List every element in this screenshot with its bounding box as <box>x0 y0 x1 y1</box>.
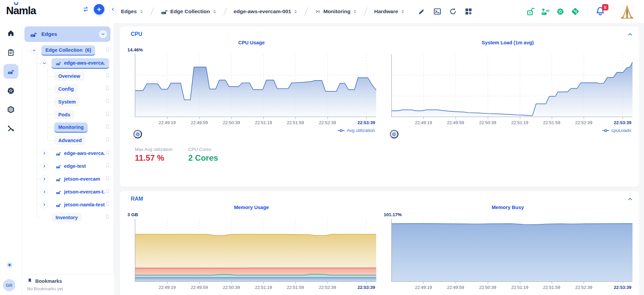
bookmark-icon[interactable] <box>105 86 110 93</box>
rail-item-kubernetes[interactable] <box>3 83 18 98</box>
sidebar-item-config[interactable]: Config <box>22 83 114 95</box>
sorter-icon[interactable] <box>353 9 357 14</box>
chart-plot[interactable] <box>135 219 376 282</box>
legend-cpuloads[interactable]: cpuLoads <box>602 128 631 133</box>
chevron-up-icon[interactable] <box>627 31 633 37</box>
sidebar-item-edge-aws-everca-[interactable]: edge-aws-everca... <box>22 57 114 70</box>
tree-label[interactable]: edge-aws-everca... <box>51 149 109 158</box>
rail-item-edges[interactable] <box>3 64 18 79</box>
sorter-icon[interactable] <box>293 9 298 14</box>
tree-label[interactable]: edge-test <box>51 161 90 171</box>
x-tick-label: 22:51:59 <box>287 282 304 290</box>
tree-label[interactable]: Edge Collection (6) <box>41 45 95 55</box>
bookmark-icon[interactable] <box>105 124 110 131</box>
chevron-down-icon[interactable] <box>99 30 107 38</box>
bookmark-icon[interactable] <box>105 163 110 170</box>
sidebar-item-pods[interactable]: Pods <box>22 108 114 121</box>
sidebar-item-edges[interactable]: Edges <box>24 26 110 42</box>
kubernetes-icon[interactable] <box>556 7 565 16</box>
bookmark-icon[interactable] <box>105 150 110 157</box>
rail-item-home[interactable] <box>3 26 18 41</box>
tree-label[interactable]: Monitoring <box>54 122 88 133</box>
sorter-icon[interactable] <box>139 9 144 14</box>
tree-label[interactable]: Pods <box>54 110 74 119</box>
terminal-icon[interactable] <box>433 7 442 16</box>
sidebar-item-jetson-evercam[interactable]: jetson-evercam <box>22 173 114 185</box>
chevron-right-icon[interactable] <box>41 201 48 208</box>
bookmark-icon[interactable] <box>105 73 110 80</box>
sidebar-item-inventory[interactable]: Inventory <box>22 211 114 224</box>
sorter-icon[interactable] <box>212 9 217 14</box>
chart-settings-gear-icon[interactable]: ⚙ <box>390 130 398 138</box>
theme-toggle-icon[interactable]: ☀ <box>5 261 14 270</box>
tree-label[interactable]: jetson-evercam <box>51 174 104 184</box>
bookmark-icon[interactable] <box>105 60 110 67</box>
rail-item-deployments[interactable] <box>3 45 18 60</box>
user-avatar[interactable] <box>619 3 635 19</box>
chevron-right-icon[interactable] <box>41 150 48 157</box>
uplink-icon[interactable] <box>541 7 550 16</box>
bookmark-icon[interactable] <box>105 214 110 221</box>
swap-icon[interactable] <box>81 4 91 14</box>
tree-label[interactable]: Inventory <box>51 213 82 222</box>
sidebar-item-jetson-namla-test[interactable]: jetson-namla-test <box>22 198 114 211</box>
sorter-icon[interactable] <box>400 9 405 14</box>
rail-item-containers[interactable] <box>3 102 18 117</box>
chart-plot[interactable] <box>391 54 633 117</box>
refresh-icon[interactable] <box>449 7 457 16</box>
chevron-right-icon[interactable] <box>41 188 48 196</box>
chevron-right-icon[interactable] <box>41 175 48 183</box>
legend-avg-utilization[interactable]: Avg utilization <box>338 128 375 133</box>
bookmark-icon[interactable] <box>105 137 110 144</box>
tree-label[interactable]: edge-aws-everca... <box>51 58 109 69</box>
breadcrumb-item-monitoring[interactable]: Monitoring <box>315 8 357 15</box>
bookmark-icon[interactable] <box>105 98 110 106</box>
breadcrumb-item-hardware[interactable]: Hardware <box>374 8 405 15</box>
chevron-right-icon[interactable] <box>41 162 48 170</box>
tree-label[interactable]: jetson-namla-test <box>51 200 109 210</box>
bookmark-icon[interactable] <box>105 188 110 196</box>
sidebar-item-overview[interactable]: Overview <box>22 70 114 83</box>
x-tick-label: 22:52:39 <box>575 117 593 125</box>
chart-settings-gear-icon[interactable]: ⚙ <box>133 130 142 138</box>
edit-icon[interactable] <box>417 7 426 16</box>
git-icon[interactable] <box>570 7 580 16</box>
tree-label[interactable]: System <box>54 97 80 107</box>
bookmark-icon[interactable] <box>105 201 110 208</box>
sidebar-tree-panel: Edges Edge Collection (6)edge-aws-everca… <box>22 23 114 295</box>
sidebar-item-advanced[interactable]: Advanced <box>22 134 114 147</box>
edge-icon <box>56 163 61 169</box>
collapse-sidebar-button[interactable] <box>108 5 118 14</box>
chart-plot[interactable] <box>391 219 633 282</box>
tree-label[interactable]: Config <box>54 84 78 94</box>
chevron-up-icon[interactable] <box>627 196 633 202</box>
x-tick-label: 22:52:39 <box>575 282 593 290</box>
chevron-down-icon[interactable] <box>41 60 48 67</box>
widgets-icon[interactable] <box>464 7 473 16</box>
breadcrumb-item-edges[interactable]: Edges <box>121 8 144 15</box>
sidebar-item-edge-test[interactable]: edge-test <box>22 160 114 173</box>
stat-max-avg-utilization: Max Avg utilization 11.57 % <box>135 147 173 163</box>
sidebar-item-system[interactable]: System <box>22 95 114 108</box>
tree-label[interactable]: Advanced <box>54 136 86 145</box>
breadcrumb-item-edge-collection[interactable]: Edge Collection <box>161 8 217 15</box>
unlock-icon[interactable] <box>526 7 535 16</box>
bookmark-icon[interactable] <box>105 111 110 118</box>
user-initials-avatar[interactable]: GR <box>3 279 15 291</box>
edge-tree: Edge Collection (6)edge-aws-everca...Ove… <box>22 44 114 224</box>
breadcrumb-item-edge-aws-evercam-001[interactable]: edge-aws-evercam-001 <box>234 8 298 15</box>
sidebar-item-monitoring[interactable]: Monitoring <box>22 121 114 134</box>
chart-plot[interactable] <box>135 54 376 117</box>
tree-label[interactable]: jetson-evercam-t... <box>51 187 109 197</box>
bookmark-icon[interactable] <box>105 47 110 54</box>
tree-label[interactable]: Overview <box>54 71 84 81</box>
sidebar-item-jetson-evercam-t-[interactable]: jetson-evercam-t... <box>22 185 114 198</box>
bookmarks-header[interactable]: Bookmarks <box>22 274 114 284</box>
bookmark-icon[interactable] <box>105 176 110 183</box>
chevron-down-icon[interactable] <box>30 47 38 54</box>
rail-item-tools[interactable] <box>3 121 18 136</box>
sidebar-item-edge-collection[interactable]: Edge Collection (6) <box>22 44 114 57</box>
sidebar-item-edge-aws-everca-[interactable]: edge-aws-everca... <box>22 147 114 160</box>
add-button[interactable]: + <box>94 4 104 15</box>
notifications-bell-icon[interactable]: 5 <box>596 6 606 17</box>
